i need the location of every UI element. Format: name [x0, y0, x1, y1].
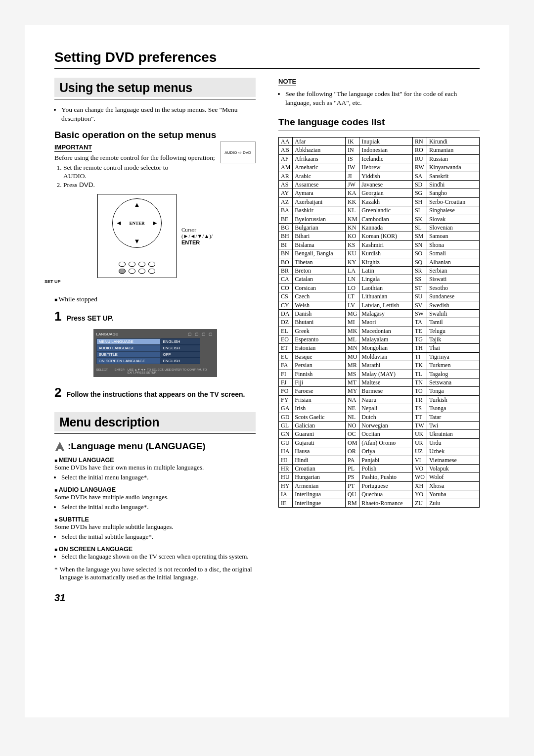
step-1-text: Press SET UP.	[66, 314, 113, 322]
lang-code-cell: PS	[346, 473, 359, 481]
lang-name-cell: Occitan	[359, 430, 413, 438]
step-2: 2 Follow the instructions that appears o…	[54, 385, 256, 400]
lang-code-cell: SS	[412, 275, 427, 284]
setting-subtitle-desc: Some DVDs have multiple subtitle languag…	[54, 523, 256, 531]
lang-code-cell: FO	[279, 387, 293, 395]
lang-name-cell: Macedonian	[359, 327, 413, 335]
lang-code-cell: IK	[346, 138, 359, 146]
table-row: BHBihariKOKorean (KOR)SMSamoan	[279, 232, 480, 240]
important-label: IMPORTANT	[54, 143, 92, 152]
lang-code-cell: LV	[346, 301, 359, 309]
step-1: 1 Press SET UP.	[54, 309, 256, 324]
lang-name-cell: Moldavian	[359, 352, 413, 361]
lang-code-cell: SA	[412, 172, 427, 180]
lang-code-cell: KY	[346, 258, 359, 266]
lang-code-cell: SU	[412, 292, 427, 301]
lang-code-cell: UK	[412, 430, 427, 438]
osd-row: SUBTITLEOFF	[96, 351, 214, 358]
osd-row-value: ENGLISH	[161, 338, 200, 345]
lang-code-cell: XH	[412, 481, 427, 490]
table-row: FIFinnishMSMalay (MAY)TLTagalog	[279, 370, 480, 378]
lang-name-cell: Abkhazian	[293, 146, 346, 154]
lang-name-cell: Zulu	[427, 499, 479, 507]
lang-code-cell: OR	[346, 447, 359, 456]
lang-code-cell: AM	[279, 163, 293, 172]
page-number: 31	[54, 592, 256, 604]
lang-code-cell: TL	[412, 370, 427, 378]
lang-code-cell: GU	[279, 438, 293, 447]
lang-code-cell: KS	[346, 240, 359, 249]
table-row: BOTibetanKYKirghizSQAlbanian	[279, 258, 480, 266]
lang-name-cell: Croatian	[293, 464, 346, 472]
lang-code-cell: ZU	[412, 499, 427, 507]
lang-code-cell: TO	[412, 387, 427, 395]
lang-code-cell: CA	[279, 275, 293, 284]
menu-desc-underbar	[54, 433, 256, 434]
lang-code-cell: QU	[346, 490, 359, 499]
osd-footer-enter: ENTER	[115, 368, 125, 374]
lang-name-cell: Tagalog	[427, 370, 479, 378]
lang-code-cell: BI	[279, 240, 293, 249]
note-label: NOTE	[278, 78, 296, 86]
lang-name-cell: Arabic	[293, 172, 346, 180]
lang-name-cell: Icelandic	[359, 154, 413, 163]
lang-name-cell: Serbo-Croatian	[427, 197, 479, 206]
title-rule	[54, 68, 480, 69]
lang-name-cell: Uzbek	[427, 447, 479, 456]
lang-code-cell: VI	[412, 456, 427, 464]
lang-code-cell: CY	[279, 301, 293, 309]
lang-code-cell: SL	[412, 224, 427, 232]
table-row: BEByelorussianKMCambodianSKSlovak	[279, 215, 480, 223]
lang-name-cell: Kinyarwanda	[427, 163, 479, 172]
lang-code-cell: SQ	[412, 258, 427, 266]
lang-code-cell: KM	[346, 215, 359, 223]
lang-name-cell: Rhaeto-Romance	[359, 499, 413, 507]
lang-name-cell: Sesotho	[427, 284, 479, 292]
lang-name-cell: Slovak	[427, 215, 479, 223]
lang-code-cell: RN	[412, 138, 427, 146]
lang-name-cell: Kirghiz	[359, 258, 413, 266]
table-row: FYFrisianNANauruTRTurkish	[279, 395, 480, 404]
lang-code-cell: AA	[279, 138, 293, 146]
lang-name-cell: Indonesian	[359, 146, 413, 154]
table-row: DADanishMGMalagasySWSwahili	[279, 309, 480, 318]
lang-name-cell: Thai	[427, 344, 479, 352]
lang-code-cell: KL	[346, 206, 359, 215]
lang-name-cell: Estonian	[293, 344, 346, 352]
lang-name-cell: Bislama	[293, 240, 346, 249]
lang-name-cell: Samoan	[427, 232, 479, 240]
lang-name-cell: Greek	[293, 327, 346, 335]
lang-code-cell: MK	[346, 327, 359, 335]
table-row: HIHindiPAPanjabiVIVietnamese	[279, 456, 480, 464]
lang-name-cell: Interlingua	[293, 490, 346, 499]
lang-code-cell: TE	[412, 327, 427, 335]
lang-name-cell: Tatar	[427, 413, 479, 421]
lang-name-cell: Kirundi	[427, 138, 479, 146]
lang-name-cell: Telugu	[427, 327, 479, 335]
table-row: AYAymaraKAGeorgianSGSangho	[279, 189, 480, 197]
important-block: IMPORTANT Before using the remote contro…	[54, 143, 215, 190]
while-stopped-label: While stopped	[54, 295, 97, 303]
lang-code-cell: TG	[412, 335, 427, 344]
lang-name-cell: Armenian	[293, 481, 346, 490]
lang-name-cell: Bengali, Bangla	[293, 249, 346, 258]
lang-name-cell: Nauru	[359, 395, 413, 404]
lang-name-cell: Latin	[359, 266, 413, 275]
lang-code-cell: BH	[279, 232, 293, 240]
lang-name-cell: Malagasy	[359, 309, 413, 318]
lang-name-cell: Czech	[293, 292, 346, 301]
step-2-text: Follow the instructions that appears on …	[66, 390, 245, 398]
lang-name-cell: Faroese	[293, 387, 346, 395]
intro-bullet: You can change the language used in the …	[61, 105, 256, 123]
lang-name-cell: Shona	[427, 240, 479, 249]
table-row: FAPersianMRMarathiTKTurkmen	[279, 361, 480, 370]
page-title: Setting DVD preferences	[54, 49, 480, 65]
lang-code-cell: TK	[412, 361, 427, 370]
lang-code-cell: RU	[412, 154, 427, 163]
important-text: Before using the remote control for the …	[54, 153, 215, 162]
lang-name-cell: Lingala	[359, 275, 413, 284]
section-underbar	[54, 99, 256, 99]
lang-code-cell: KA	[346, 189, 359, 197]
osd-row-value: ENGLISH	[161, 358, 200, 364]
lang-code-cell: RM	[346, 499, 359, 507]
